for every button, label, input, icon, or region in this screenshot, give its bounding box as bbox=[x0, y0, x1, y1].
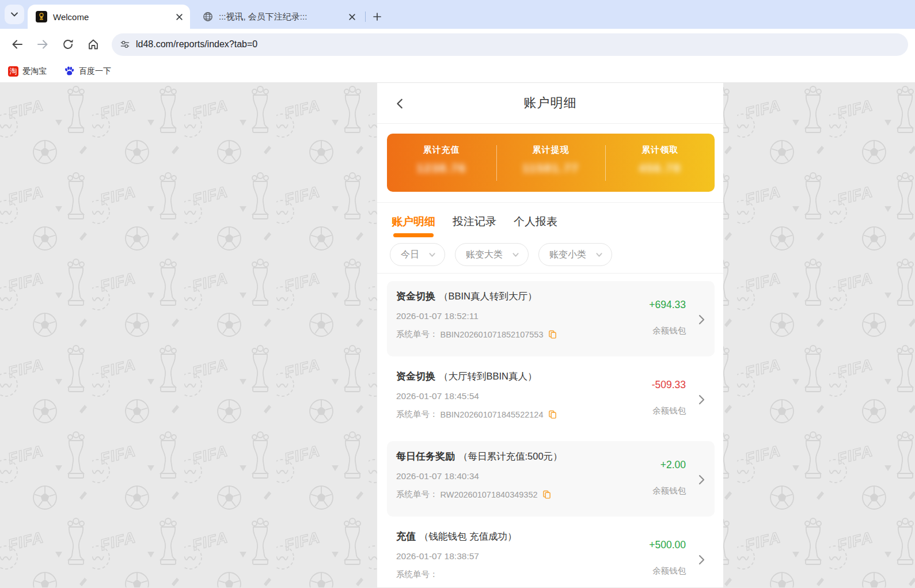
stat-total-deposit: 累计充值 1238.76 bbox=[387, 134, 496, 192]
close-icon bbox=[176, 13, 183, 21]
browser-tab-strip: Welcome :::视讯, 会员下注纪录::: bbox=[0, 0, 915, 29]
stat-total-withdraw: 累计提现 11581.77 bbox=[496, 134, 606, 192]
cumulative-stats-card: 累计充值 1238.76 累计提现 11581.77 累计领取 456.78 bbox=[387, 134, 715, 192]
tab-account-detail[interactable]: 账户明细 bbox=[392, 214, 435, 237]
tab-personal-report[interactable]: 个人报表 bbox=[514, 214, 557, 237]
reload-button[interactable] bbox=[56, 33, 79, 56]
copy-icon bbox=[542, 490, 551, 499]
record-amount: +2.00 bbox=[652, 459, 686, 471]
copy-button[interactable] bbox=[548, 330, 557, 339]
bookmark-label: 爱淘宝 bbox=[22, 66, 47, 77]
record-detail-button[interactable] bbox=[696, 314, 707, 325]
record-wallet: 余额钱包 bbox=[649, 566, 686, 576]
browser-tab-records[interactable]: :::视讯, 会员下注纪录::: bbox=[195, 5, 363, 29]
chevron-down-icon bbox=[10, 10, 18, 18]
record-title: 资金切换 bbox=[396, 291, 435, 302]
order-number: RW202601071840349352 bbox=[441, 490, 538, 499]
tab-search-button[interactable] bbox=[5, 5, 24, 24]
order-label: 系统单号： bbox=[396, 329, 438, 340]
copy-button[interactable] bbox=[542, 490, 551, 499]
order-label: 系统单号： bbox=[396, 489, 438, 500]
record-desc: （BBIN真人转到大厅） bbox=[439, 291, 537, 301]
tab-bet-records[interactable]: 投注记录 bbox=[453, 214, 496, 237]
address-bar[interactable]: ld48.com/reports/index?tab=0 bbox=[112, 33, 908, 56]
back-button[interactable] bbox=[6, 33, 29, 56]
record-datetime: 2026-01-07 18:45:54 bbox=[396, 391, 652, 401]
order-number: BBIN202601071845522124 bbox=[441, 410, 544, 419]
new-tab-button[interactable] bbox=[369, 9, 385, 25]
chevron-down-icon bbox=[595, 251, 603, 259]
bookmark-label: 百度一下 bbox=[79, 66, 111, 77]
filter-date-dropdown[interactable]: 今日 bbox=[390, 243, 445, 266]
record-info: 每日任务奖励（每日累计充值:500元） 2026-01-07 18:40:34 … bbox=[396, 450, 652, 510]
filter-label: 账变小类 bbox=[549, 249, 586, 261]
site-settings-tune-icon bbox=[120, 39, 130, 50]
order-label: 系统单号： bbox=[396, 409, 438, 420]
stat-label: 累计提现 bbox=[533, 145, 569, 155]
close-icon bbox=[348, 13, 356, 21]
record-detail-button[interactable] bbox=[696, 554, 707, 566]
record-detail-button[interactable] bbox=[696, 394, 707, 405]
order-number: BBIN202601071852107553 bbox=[441, 330, 544, 339]
record-datetime: 2026-01-07 18:52:11 bbox=[396, 311, 649, 321]
account-detail-panel: 账户明细 累计充值 1238.76 累计提现 11581.77 累计领取 456… bbox=[377, 83, 723, 587]
record-right: +500.00 余额钱包 bbox=[649, 530, 707, 588]
tab-close-button[interactable] bbox=[174, 12, 184, 22]
chevron-right-icon bbox=[696, 554, 707, 566]
browser-tab-welcome[interactable]: Welcome bbox=[28, 5, 190, 29]
copy-icon bbox=[548, 410, 557, 419]
chevron-right-icon bbox=[696, 314, 707, 325]
forward-button[interactable] bbox=[31, 33, 54, 56]
arrow-left-icon bbox=[11, 38, 24, 51]
baidu-paw-icon bbox=[64, 66, 75, 77]
record-amount: -509.33 bbox=[652, 379, 686, 391]
stat-masked-value: 456.78 bbox=[639, 162, 681, 175]
record-desc: （大厅转到BBIN真人） bbox=[439, 371, 537, 381]
record-wallet: 余额钱包 bbox=[652, 405, 686, 416]
table-row[interactable]: 资金切换（大厅转到BBIN真人） 2026-01-07 18:45:54 系统单… bbox=[387, 361, 715, 437]
record-detail-button[interactable] bbox=[696, 474, 707, 485]
table-row[interactable]: 每日任务奖励（每日累计充值:500元） 2026-01-07 18:40:34 … bbox=[387, 441, 715, 517]
bookmark-aitaobao[interactable]: 淘 爱淘宝 bbox=[8, 66, 47, 77]
page-title: 账户明细 bbox=[524, 94, 577, 112]
page-back-button[interactable] bbox=[392, 96, 408, 112]
tab-title: :::视讯, 会员下注纪录::: bbox=[219, 12, 347, 22]
filter-minor-type-dropdown[interactable]: 账变小类 bbox=[538, 243, 612, 266]
page-content: FIFA bbox=[0, 83, 915, 587]
record-right: -509.33 余额钱包 bbox=[652, 370, 707, 430]
trophy-favicon-icon bbox=[37, 13, 45, 21]
home-button[interactable] bbox=[82, 33, 105, 56]
tab-title: Welcome bbox=[53, 12, 174, 22]
table-row[interactable]: 充值（钱能钱包 充值成功） 2026-01-07 18:38:57 系统单号： … bbox=[387, 521, 715, 588]
chevron-right-icon bbox=[696, 394, 707, 405]
chevron-down-icon bbox=[512, 251, 519, 259]
copy-icon bbox=[548, 330, 557, 339]
globe-icon bbox=[203, 12, 213, 22]
record-desc: （钱能钱包 充值成功） bbox=[419, 531, 517, 541]
chevron-left-icon bbox=[394, 97, 407, 110]
record-info: 充值（钱能钱包 充值成功） 2026-01-07 18:38:57 系统单号： bbox=[396, 530, 649, 588]
record-info: 资金切换（BBIN真人转到大厅） 2026-01-07 18:52:11 系统单… bbox=[396, 290, 649, 350]
tab-divider bbox=[365, 12, 366, 22]
panel-header: 账户明细 bbox=[377, 83, 723, 124]
tab-close-button[interactable] bbox=[347, 12, 357, 22]
copy-button[interactable] bbox=[548, 410, 557, 419]
stat-label: 累计领取 bbox=[641, 145, 678, 155]
record-title: 资金切换 bbox=[396, 371, 435, 382]
record-amount: +500.00 bbox=[649, 539, 686, 551]
record-desc: （每日累计充值:500元） bbox=[458, 451, 563, 461]
record-wallet: 余额钱包 bbox=[652, 485, 686, 496]
record-title: 充值 bbox=[396, 531, 416, 542]
record-datetime: 2026-01-07 18:40:34 bbox=[396, 471, 652, 481]
report-tabs: 账户明细 投注记录 个人报表 bbox=[377, 203, 723, 237]
bookmarks-bar: 淘 爱淘宝 百度一下 bbox=[0, 60, 915, 83]
chevron-down-icon bbox=[428, 251, 436, 259]
bookmark-baidu[interactable]: 百度一下 bbox=[64, 66, 111, 77]
stat-masked-value: 11581.77 bbox=[522, 162, 579, 175]
taobao-icon: 淘 bbox=[8, 66, 18, 77]
stat-label: 累计充值 bbox=[423, 145, 460, 155]
reload-icon bbox=[62, 38, 74, 51]
filter-label: 账变大类 bbox=[466, 249, 503, 261]
filter-major-type-dropdown[interactable]: 账变大类 bbox=[455, 243, 529, 266]
table-row[interactable]: 资金切换（BBIN真人转到大厅） 2026-01-07 18:52:11 系统单… bbox=[387, 281, 715, 356]
